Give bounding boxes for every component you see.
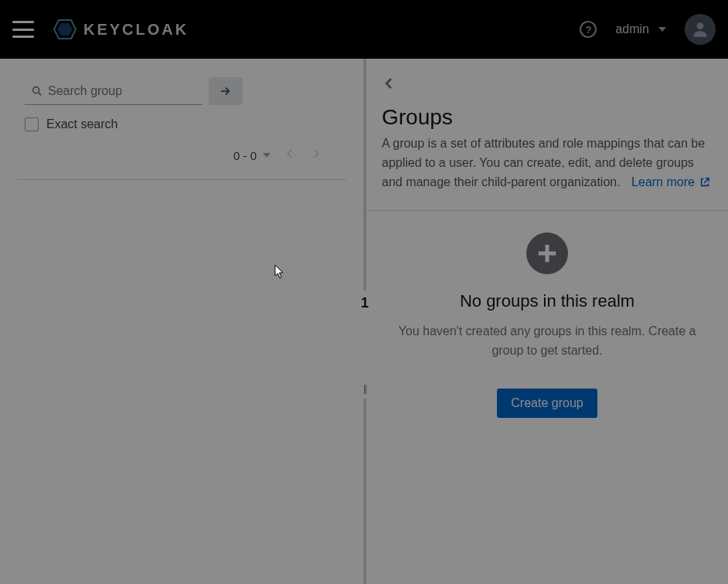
app-header: KEYCLOAK ? admin: [0, 0, 728, 59]
svg-rect-8: [539, 252, 556, 256]
brand-name: KEYCLOAK: [83, 21, 189, 39]
chevron-left-icon: [385, 77, 393, 90]
page-title: Groups: [382, 105, 713, 130]
search-submit-button[interactable]: [209, 77, 243, 105]
user-menu[interactable]: admin: [615, 22, 666, 36]
exact-search-label: Exact search: [46, 117, 117, 131]
menu-toggle-button[interactable]: [12, 21, 34, 38]
username-label: admin: [615, 22, 649, 36]
caret-down-icon: [263, 153, 270, 158]
header-right: ? admin: [580, 14, 716, 45]
keycloak-logo-icon: [53, 17, 77, 42]
page-next-button[interactable]: [309, 145, 323, 165]
groups-tree-panel: Exact search 0 - 0: [0, 59, 363, 584]
exact-search-row: Exact search: [25, 117, 338, 131]
empty-state-title: No groups in this realm: [460, 291, 634, 311]
arrow-right-icon: [219, 84, 233, 98]
empty-state: No groups in this realm You haven't crea…: [382, 233, 713, 418]
chevron-right-icon: [312, 148, 320, 159]
page-range-label: 0 - 0: [233, 149, 257, 162]
search-row: [25, 77, 338, 105]
page-description: A group is a set of attributes and role …: [382, 134, 713, 192]
plus-icon: [536, 242, 559, 265]
exact-search-checkbox[interactable]: [25, 117, 39, 131]
svg-line-6: [704, 178, 709, 183]
page-range-dropdown[interactable]: 0 - 0: [233, 149, 270, 162]
caret-down-icon: [658, 27, 666, 32]
groups-detail-panel: Groups A group is a set of attributes an…: [366, 59, 728, 584]
pagination: 0 - 0: [25, 145, 338, 165]
search-input[interactable]: [25, 78, 202, 105]
page-prev-button[interactable]: [283, 145, 297, 165]
svg-point-2: [697, 22, 704, 29]
create-group-button[interactable]: Create group: [497, 389, 597, 418]
learn-more-label: Learn more: [631, 173, 695, 192]
svg-point-3: [33, 87, 39, 93]
external-link-icon: [699, 177, 710, 188]
main-content: Exact search 0 - 0 1 ||: [0, 59, 728, 584]
divider: [17, 179, 346, 180]
brand-logo[interactable]: KEYCLOAK: [53, 17, 189, 42]
back-button[interactable]: [382, 74, 396, 93]
divider: [366, 210, 728, 211]
avatar[interactable]: [685, 14, 716, 45]
svg-line-4: [39, 93, 41, 95]
learn-more-link[interactable]: Learn more: [631, 173, 710, 192]
search-input-wrap: [25, 78, 202, 105]
empty-state-add-icon: [526, 233, 568, 274]
user-icon: [690, 19, 710, 39]
svg-marker-1: [57, 23, 73, 36]
chevron-left-icon: [286, 148, 294, 159]
help-icon[interactable]: ?: [580, 21, 597, 38]
empty-state-description: You haven't created any groups in this r…: [393, 322, 702, 361]
search-icon: [31, 85, 43, 97]
